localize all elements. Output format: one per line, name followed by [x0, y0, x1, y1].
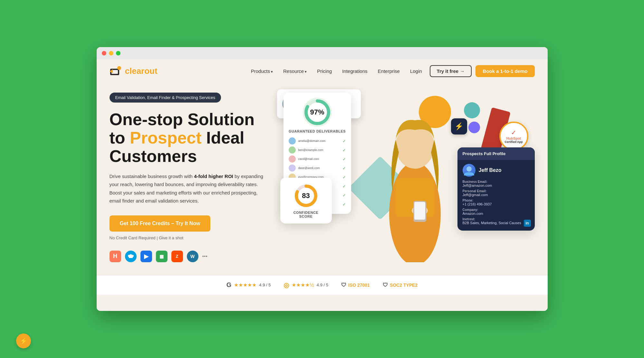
- browser-chrome: [97, 47, 548, 59]
- close-button[interactable]: [102, 51, 106, 55]
- pricing-link[interactable]: Pricing: [317, 68, 332, 74]
- g2-rating: G ★★★★★ 4.9 / 5: [226, 281, 271, 289]
- arrow-integration-icon[interactable]: ▶: [140, 251, 152, 262]
- company-label: Company:: [463, 208, 530, 212]
- chat-icon: ⚡: [20, 337, 28, 345]
- cta-button[interactable]: Get 100 Free Credits – Try It Now: [110, 215, 211, 232]
- business-email-label: Business Email:: [463, 180, 530, 184]
- profile-name-row: Jeff Bezo: [463, 164, 530, 177]
- email-row-1: amelia@domain.com ✓: [289, 136, 346, 145]
- cta-subtitle: No Credit Card Required | Give it a shot: [110, 235, 277, 240]
- phone-value: +1 (216) 496-3937: [463, 202, 530, 206]
- hubspot-integration-icon[interactable]: H: [110, 251, 121, 262]
- email-row-4: dave@work.com ✓: [289, 164, 346, 173]
- purple-circle-deco: [468, 122, 480, 133]
- page-content: clearout Products Resource Pricing Integ…: [97, 59, 548, 311]
- bg-teal-circle: [464, 102, 480, 118]
- profile-body: Jeff Bezo Business Email: Jeff@amazon.co…: [457, 160, 535, 231]
- login-link[interactable]: Login: [410, 68, 422, 74]
- interest-label: Inetrest:: [463, 217, 530, 221]
- profile-interest: Inetrest: B2B Sales, Marketing, Social C…: [463, 217, 530, 225]
- business-email-value: Jeff@amazon.com: [463, 184, 530, 187]
- nav-links: Products Resource Pricing Integrations E…: [251, 68, 422, 74]
- personal-email-label: Personal Email:: [463, 189, 530, 193]
- capterra-stars: ★★★★½: [292, 282, 314, 288]
- profile-personal-email: Personal Email: Jeff@gmail.com: [463, 189, 530, 197]
- confidence-label: CONFIDENCESCORE: [293, 211, 319, 218]
- browser-window: clearout Products Resource Pricing Integ…: [97, 47, 548, 311]
- zapier-integration-icon[interactable]: Z: [171, 251, 183, 262]
- hero-section: Email Validation, Email Finder & Prospec…: [97, 83, 548, 275]
- hero-right: ⚡: [277, 89, 535, 262]
- floating-chat-badge[interactable]: ⚡: [16, 333, 31, 348]
- hero-badge: Email Validation, Email Finder & Prospec…: [110, 93, 221, 103]
- confidence-card: 83 CONFIDENCESCORE: [280, 178, 332, 224]
- personal-email-value: Jeff@gmail.com: [463, 193, 530, 197]
- salesforce-integration-icon[interactable]: [125, 251, 137, 262]
- email-row-2: ben@example.com ✓: [289, 145, 346, 154]
- svg-point-2: [117, 66, 121, 70]
- donut-chart: 83: [293, 183, 319, 209]
- profile-business-email: Business Email: Jeff@amazon.com: [463, 180, 530, 187]
- nav-item-login[interactable]: Login: [410, 68, 422, 74]
- profile-avatar: [463, 164, 476, 177]
- profile-card: Prospects Full Profile Jeff Bezo: [457, 147, 535, 231]
- g2-logo: G: [226, 281, 232, 289]
- shield-soc-icon: 🛡: [383, 282, 388, 288]
- hero-description: Drive sustainable business growth with 4…: [110, 172, 264, 205]
- maximize-button[interactable]: [116, 51, 120, 55]
- integrations-link[interactable]: Integrations: [342, 68, 367, 74]
- minimize-button[interactable]: [109, 51, 113, 55]
- resource-link[interactable]: Resource: [283, 68, 307, 74]
- soc2-badge: 🛡 SOC2 TYPE2: [383, 282, 418, 288]
- more-integrations[interactable]: ···: [202, 253, 208, 260]
- capterra-rating-text: 4.9 / 5: [317, 283, 328, 287]
- nav-item-products[interactable]: Products: [251, 68, 273, 74]
- svg-rect-8: [414, 202, 425, 220]
- hubspot-certified-badge: ✓ HubSpot Certified App: [499, 122, 528, 151]
- confidence-score: 83: [302, 192, 310, 200]
- g2-rating-text: 4.9 / 5: [259, 283, 271, 287]
- hero-left: Email Validation, Email Finder & Prospec…: [110, 89, 277, 262]
- logo[interactable]: clearout: [110, 66, 158, 76]
- profile-company: Company: Amazon.com: [463, 208, 530, 215]
- company-value: Amazon.com: [463, 212, 530, 215]
- profile-phone: Phone: +1 (216) 496-3937: [463, 199, 530, 206]
- profile-name: Jeff Bezo: [479, 167, 502, 173]
- nav-item-resource[interactable]: Resource: [283, 68, 307, 74]
- wordpress-integration-icon[interactable]: W: [187, 251, 198, 262]
- products-link[interactable]: Products: [251, 68, 273, 74]
- hero-title: One-stop Solution to Prospect Ideal Cust…: [110, 110, 277, 166]
- iso-badge: 🛡 ISO 27001: [341, 282, 370, 288]
- logo-text: clearout: [125, 66, 158, 76]
- hubspot-logo-text: HubSpot: [506, 136, 521, 140]
- nav-item-integrations[interactable]: Integrations: [342, 68, 367, 74]
- profile-header: Prospects Full Profile: [457, 147, 535, 160]
- book-demo-button[interactable]: Book a 1-to-1 demo: [476, 65, 534, 77]
- bottom-bar: G ★★★★★ 4.9 / 5 ◎ ★★★★½ 4.9 / 5 🛡 ISO 27…: [97, 275, 548, 295]
- shield-iso-icon: 🛡: [341, 282, 346, 288]
- nav-item-pricing[interactable]: Pricing: [317, 68, 332, 74]
- email-row-3: carol@mail.com ✓: [289, 154, 346, 164]
- svg-point-14: [466, 166, 472, 172]
- g2-stars: ★★★★★: [234, 282, 256, 288]
- gauge-circle: 97%: [303, 98, 332, 127]
- integrations-row: H ▶ ▦ Z W ···: [110, 251, 277, 262]
- linkedin-icon: in: [524, 220, 531, 227]
- hubspot-check-icon: ✓: [511, 129, 516, 136]
- capterra-rating: ◎ ★★★★½ 4.9 / 5: [284, 281, 328, 289]
- enterprise-link[interactable]: Enterprise: [378, 68, 400, 74]
- sheets-integration-icon[interactable]: ▦: [156, 251, 168, 262]
- capterra-logo: ◎: [284, 281, 289, 289]
- deliverables-label: GUARANTEED DELIVERABLES: [289, 129, 346, 133]
- interest-value: B2B Sales, Marketing, Social Causes: [463, 221, 530, 225]
- try-free-button[interactable]: Try it free →: [430, 65, 472, 77]
- phone-label: Phone:: [463, 199, 530, 202]
- hubspot-certified-label: Certified App: [505, 140, 523, 144]
- nav-item-enterprise[interactable]: Enterprise: [378, 68, 400, 74]
- navbar: clearout Products Resource Pricing Integ…: [97, 59, 548, 83]
